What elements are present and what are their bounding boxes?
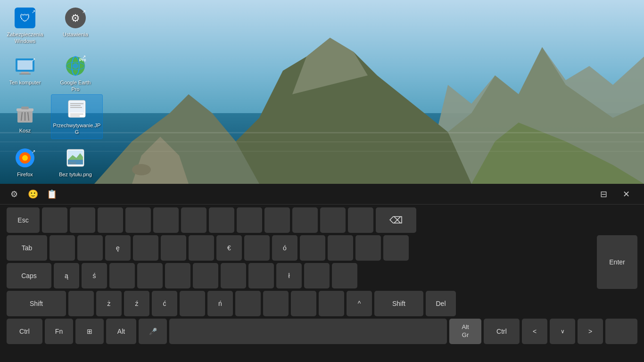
key-ctrl-left[interactable]: Ctrl — [7, 319, 42, 344]
key-f12[interactable] — [348, 207, 373, 233]
svg-rect-43 — [70, 107, 82, 108]
key-a[interactable]: ą — [54, 263, 79, 288]
key-f7[interactable] — [209, 207, 234, 233]
icon-kosz-image — [14, 103, 36, 125]
key-e[interactable]: ę — [105, 235, 131, 261]
key-backslash[interactable] — [383, 235, 409, 261]
key-alt[interactable]: Alt — [106, 319, 136, 344]
key-mic[interactable]: 🎤 — [139, 319, 167, 344]
key-s[interactable]: ś — [82, 263, 107, 288]
key-m[interactable] — [235, 291, 261, 316]
key-f4[interactable] — [125, 207, 151, 233]
key-p[interactable] — [300, 235, 325, 261]
key-fn[interactable]: Fn — [45, 319, 73, 344]
key-caret[interactable]: ^ — [347, 291, 372, 316]
key-u[interactable]: € — [216, 235, 242, 261]
key-backspace[interactable]: ⌫ — [376, 207, 416, 233]
key-bracket-r[interactable] — [355, 235, 381, 261]
key-enter[interactable]: Enter — [597, 235, 637, 289]
key-arrow-left[interactable]: < — [522, 319, 547, 344]
clipboard-icon[interactable]: 📋 — [44, 187, 59, 202]
key-q[interactable] — [50, 235, 75, 261]
key-period[interactable] — [291, 291, 316, 316]
emoji-icon[interactable]: 🙂 — [25, 187, 41, 202]
svg-text:⚙: ⚙ — [71, 12, 80, 24]
svg-point-28 — [73, 63, 78, 69]
key-r[interactable] — [133, 235, 158, 261]
key-f[interactable] — [137, 263, 163, 288]
key-arrow-down[interactable]: ∨ — [550, 319, 575, 344]
key-k[interactable] — [248, 263, 274, 288]
key-b[interactable] — [180, 291, 205, 316]
key-semicolon[interactable] — [304, 263, 330, 288]
key-y[interactable] — [189, 235, 214, 261]
svg-rect-39 — [70, 114, 83, 115]
key-i[interactable] — [244, 235, 270, 261]
svg-text:↗: ↗ — [82, 9, 86, 14]
key-f2[interactable] — [70, 207, 95, 233]
keyboard-rows-2-3: Tab ę € ó Caps — [7, 235, 637, 291]
key-n[interactable]: ń — [207, 291, 233, 316]
svg-text:PNG: PNG — [69, 162, 76, 165]
close-keyboard-icon[interactable]: ✕ — [619, 187, 634, 202]
keyboard-row-1: Esc ⌫ — [7, 207, 637, 233]
icon-google-earth[interactable]: Pro ↗ Google Earth Pro — [54, 52, 97, 96]
icon-bez-tytulu-label: Bez tytułu.png — [59, 171, 92, 178]
key-z[interactable] — [68, 291, 94, 316]
key-f10[interactable] — [292, 207, 318, 233]
minimize-keyboard-icon[interactable]: ⊟ — [596, 187, 611, 202]
key-f8[interactable] — [237, 207, 262, 233]
icon-kosz-label: Kosz — [19, 127, 31, 134]
key-quote[interactable] — [332, 263, 357, 288]
keyboard-toolbar: ⚙ 🙂 📋 ⊟ ✕ — [0, 184, 644, 205]
icon-zabezpieczenia-label: ZabezpieczeniaWindows — [7, 31, 43, 45]
key-slash[interactable] — [319, 291, 344, 316]
key-f5[interactable] — [153, 207, 179, 233]
key-x[interactable]: ż — [96, 291, 122, 316]
icon-ten-komputer-label: Ten komputer — [9, 79, 41, 86]
key-d[interactable] — [109, 263, 135, 288]
key-altgr[interactable]: AltGr — [449, 319, 481, 344]
svg-text:🛡: 🛡 — [20, 12, 30, 24]
key-pgdn[interactable] — [605, 319, 637, 344]
key-del[interactable]: Del — [426, 291, 456, 316]
key-arrow-right[interactable]: > — [578, 319, 603, 344]
key-tab[interactable]: Tab — [7, 235, 47, 261]
svg-point-9 — [132, 164, 151, 175]
key-o[interactable]: ó — [272, 235, 297, 261]
key-t[interactable] — [161, 235, 186, 261]
key-win[interactable]: ⊞ — [75, 319, 104, 344]
svg-rect-33 — [21, 107, 29, 109]
key-f6[interactable] — [181, 207, 206, 233]
key-caps[interactable]: Caps — [7, 263, 51, 288]
key-f11[interactable] — [320, 207, 346, 233]
key-g[interactable] — [165, 263, 190, 288]
icon-zabezpieczenia[interactable]: 🛡 ↗ ZabezpieczeniaWindows — [4, 4, 46, 48]
keyboard-row-4: Shift ż ź ć ń ^ Shift Del — [7, 291, 637, 316]
key-comma[interactable] — [263, 291, 289, 316]
settings-icon[interactable]: ⚙ — [7, 187, 22, 202]
key-f9[interactable] — [264, 207, 290, 233]
key-j[interactable] — [221, 263, 246, 288]
icon-ustawienia[interactable]: ⚙ ↗ Ustawienia — [54, 4, 97, 41]
key-ctrl-right[interactable]: Ctrl — [484, 319, 520, 344]
svg-rect-40 — [70, 115, 80, 116]
key-v[interactable]: ć — [152, 291, 177, 316]
key-f1[interactable] — [42, 207, 67, 233]
key-l[interactable]: ł — [276, 263, 302, 288]
key-h[interactable] — [193, 263, 218, 288]
key-w[interactable] — [77, 235, 103, 261]
key-shift-left[interactable]: Shift — [7, 291, 66, 316]
key-shift-right[interactable]: Shift — [374, 291, 423, 316]
icon-google-earth-image: Pro ↗ — [64, 55, 87, 77]
key-bracket-l[interactable] — [328, 235, 353, 261]
key-c[interactable]: ź — [124, 291, 149, 316]
key-f3[interactable] — [98, 207, 123, 233]
key-esc[interactable]: Esc — [7, 207, 40, 233]
icon-kosz[interactable]: Kosz — [4, 100, 46, 137]
icon-bez-tytulu[interactable]: PNG Bez tytułu.png — [54, 144, 97, 181]
icon-firefox[interactable]: ↗ Firefox — [4, 144, 46, 181]
icon-przechwytywanie[interactable]: Przechwytywanie.JPG — [51, 94, 103, 139]
key-space[interactable] — [169, 319, 447, 344]
icon-ten-komputer[interactable]: ↗ Ten komputer — [4, 52, 46, 89]
